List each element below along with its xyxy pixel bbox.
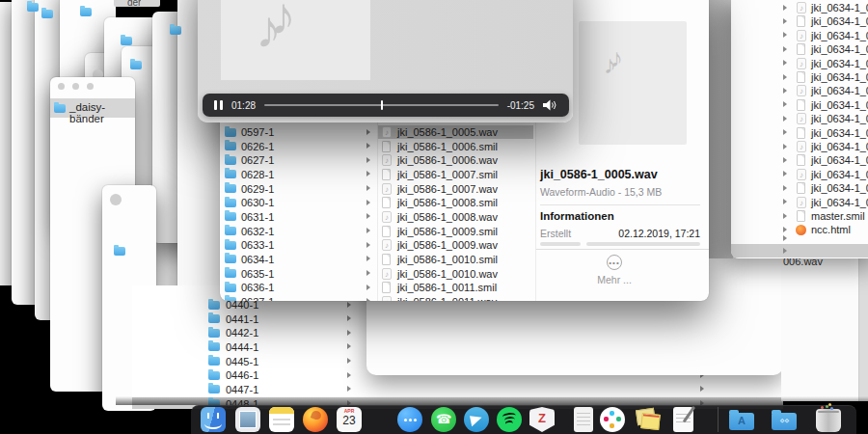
file-row[interactable]: jki_0634-1_0	[731, 84, 868, 97]
quicklook-window[interactable]: ♪♪ 01:28 -01:25	[198, 0, 573, 122]
file-label: jki_0586-1_0008.wav	[397, 210, 498, 224]
file-row[interactable]	[731, 244, 868, 258]
file-label: jki_0634-1_0	[811, 14, 868, 28]
folder-icon	[225, 241, 236, 250]
finder-folder-row[interactable]: 0632-1	[220, 225, 377, 238]
selected-folder-row[interactable]: _daisy-bänder	[50, 98, 135, 118]
disclosure-arrow-icon	[366, 143, 370, 149]
file-row[interactable]: jki_0634-1_0	[731, 57, 868, 70]
preview-thumbnail: ♪♪	[579, 21, 687, 145]
file-row[interactable]	[731, 231, 868, 245]
file-row[interactable]: jki_0634-1_0	[731, 29, 868, 42]
file-label: jki_0634-1_0	[811, 140, 868, 153]
finder-folder-row[interactable]: 0629-1	[220, 182, 377, 196]
finder-folder-row[interactable]: 0627-1	[220, 153, 377, 167]
file-row[interactable]: jki_0586-1_0006.smil	[378, 140, 533, 153]
folder-icon	[208, 301, 220, 310]
dock-whatsapp-icon[interactable]	[431, 407, 456, 432]
file-row[interactable]: jki_0634-1_0	[731, 181, 868, 195]
file-row[interactable]: jki_0586-1_0008.wav	[378, 210, 533, 224]
folder-row[interactable]: 0447-1	[132, 383, 783, 396]
dock-appsfolder-icon[interactable]: A	[729, 413, 754, 430]
folder-icon	[130, 61, 142, 69]
finder-folder-row[interactable]: 0626-1	[220, 140, 377, 153]
progress-slider[interactable]	[264, 104, 499, 106]
window-button[interactable]	[110, 194, 122, 205]
disclosure-arrow-icon	[783, 5, 787, 11]
finder-folder-row[interactable]: 0637-1	[220, 295, 377, 301]
disclosure-arrow-icon	[783, 185, 787, 191]
dock-firefox-icon[interactable]	[303, 407, 328, 432]
finder-folder-row[interactable]: 0628-1	[220, 168, 377, 181]
file-row[interactable]: jki_0586-1_0010.smil	[378, 253, 533, 266]
file-row[interactable]: jki_0586-1_0006.wav	[378, 153, 533, 167]
audio-player-bar: 01:28 -01:25	[203, 94, 569, 117]
file-row[interactable]: jki_0586-1_0007.wav	[378, 182, 533, 196]
file-row[interactable]: master.smil	[731, 209, 868, 223]
preview-kind-size: Waveform-Audio - 15,3 MB	[540, 186, 706, 198]
file-row[interactable]: jki_0634-1_0	[731, 98, 868, 112]
file-row[interactable]: jki_0634-1_0	[731, 42, 868, 56]
disclosure-arrow-icon	[783, 248, 787, 254]
finder-folder-row[interactable]: 0635-1	[220, 267, 377, 281]
file-row[interactable]: jki_0586-1_0007.smil	[378, 168, 533, 181]
dock-messages-icon[interactable]	[397, 407, 422, 432]
smil-file-icon	[382, 197, 391, 208]
file-row[interactable]: jki_0586-1_0009.wav	[378, 238, 533, 252]
more-ellipsis-icon[interactable]: •••	[607, 255, 622, 270]
file-row[interactable]: jki_0634-1_0	[731, 14, 868, 28]
finder-folder-row[interactable]: 0634-1	[220, 253, 377, 266]
dock-finder-icon[interactable]	[201, 407, 226, 432]
dock-slack-icon[interactable]	[600, 407, 625, 432]
smil-file-icon	[797, 99, 805, 111]
finder-right-window[interactable]: jki_0634-1_0jki_0634-1_0jki_0634-1_0jki_…	[731, 0, 868, 258]
finder-folder-row[interactable]: 0631-1	[220, 210, 377, 224]
dock-calendar-icon[interactable]: APR23	[337, 407, 362, 432]
file-label: jki_0586-1_0009.smil	[397, 225, 498, 238]
file-row[interactable]: jki_0586-1_0009.smil	[378, 225, 533, 238]
dock-docapp-icon[interactable]	[574, 407, 593, 432]
finder-folder-row[interactable]: 0633-1	[220, 238, 377, 252]
file-row[interactable]: jki_0586-1_0008.smil	[378, 196, 533, 209]
folder-icon	[208, 357, 220, 366]
dock-dropboxfolder-icon[interactable]: ⋄⋄	[772, 413, 797, 430]
file-row[interactable]: jki_0634-1_0	[731, 112, 868, 125]
dock-mail-icon[interactable]	[235, 407, 260, 432]
folder-label: _daisy-bänder	[69, 101, 135, 124]
file-row[interactable]: jki_0586-1_0010.wav	[378, 267, 533, 281]
file-label: jki_0634-1_0	[811, 1, 868, 14]
folder-label: 0632-1	[241, 225, 274, 238]
file-row[interactable]: jki_0586-1_0011.smil	[378, 281, 533, 294]
finder-folder-row[interactable]: 0630-1	[220, 196, 377, 209]
disclosure-arrow-icon	[783, 46, 787, 52]
window-zoom-button[interactable]	[87, 83, 94, 90]
file-row[interactable]: jki_0634-1_0	[731, 70, 868, 84]
finder-folder-row[interactable]: 0636-1	[220, 281, 377, 294]
file-row[interactable]: jki_0634-1_0	[731, 126, 868, 140]
wav-file-icon	[797, 2, 806, 14]
dock-stickies-icon[interactable]	[635, 407, 660, 432]
dock-trash-icon[interactable]	[816, 409, 841, 432]
file-row[interactable]: jki_0634-1_0	[731, 153, 868, 167]
file-row[interactable]: jki_0634-1_0	[731, 196, 868, 209]
file-row[interactable]: jki_0634-1_0	[731, 168, 868, 181]
dock-spotify-icon[interactable]	[497, 407, 522, 432]
volume-icon[interactable]	[543, 99, 557, 111]
more-label[interactable]: Mehr ...	[576, 274, 653, 285]
preview-filename: jki_0586-1_0005.wav	[540, 168, 706, 181]
file-row[interactable]: jki_0586-1_0011.wav	[378, 295, 533, 301]
dock-notes-icon[interactable]	[269, 407, 294, 432]
finder-folder-row[interactable]: 0597-1	[220, 125, 377, 139]
file-row[interactable]: jki_0634-1_0	[731, 140, 868, 153]
file-row[interactable]: jki_0586-1_0005.wav	[378, 125, 533, 139]
window-close-button[interactable]	[58, 83, 65, 90]
file-row[interactable]: jki_0634-1_0	[731, 1, 868, 14]
partial-file-window[interactable]: 006.wav	[781, 254, 859, 401]
progress-handle[interactable]	[381, 100, 383, 110]
disclosure-arrow-icon	[783, 171, 787, 176]
dock-textedit-icon[interactable]	[673, 407, 693, 432]
window-minimize-button[interactable]	[72, 83, 79, 90]
dock-telegram-icon[interactable]	[464, 407, 489, 432]
pause-button[interactable]	[214, 100, 223, 110]
divider	[540, 204, 700, 205]
